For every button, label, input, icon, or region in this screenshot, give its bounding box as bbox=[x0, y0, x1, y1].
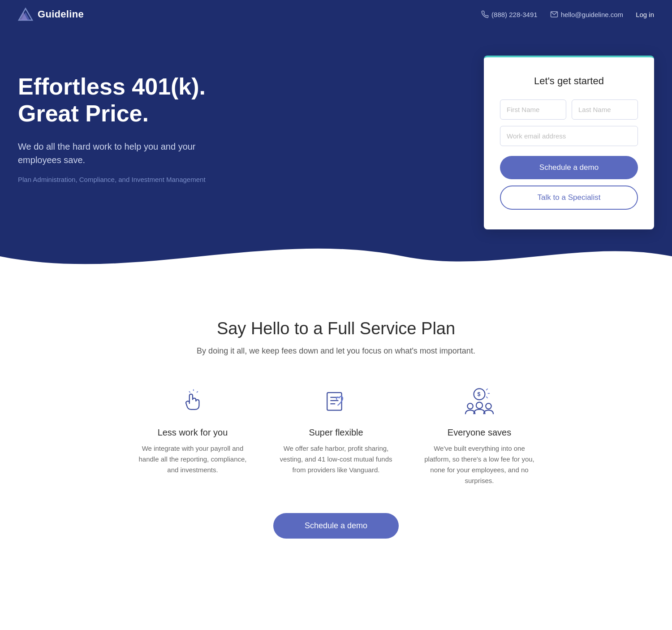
hero-title: Effortless 401(k).Great Price. bbox=[18, 73, 206, 127]
feature-icon-2 bbox=[278, 383, 394, 419]
feature-title-3: Everyone saves bbox=[421, 427, 538, 438]
email-icon bbox=[550, 10, 558, 18]
flexible-icon bbox=[320, 384, 352, 417]
svg-line-15 bbox=[486, 397, 488, 398]
last-name-input[interactable] bbox=[572, 99, 638, 120]
savings-icon: $ bbox=[461, 384, 497, 417]
email-row bbox=[500, 126, 638, 146]
header: Guideline (888) 228-3491 hello@guideline… bbox=[0, 0, 672, 29]
feature-item-1: Less work for you We integrate with your… bbox=[134, 383, 251, 486]
svg-point-17 bbox=[476, 402, 482, 409]
email-contact[interactable]: hello@guideline.com bbox=[550, 10, 623, 18]
hand-pointing-icon bbox=[177, 384, 209, 417]
schedule-demo-button[interactable]: Schedule a demo bbox=[500, 156, 638, 179]
form-title: Let's get started bbox=[500, 75, 638, 87]
feature-desc-1: We integrate with your payroll and handl… bbox=[134, 443, 251, 475]
signup-form-card: Let's get started Schedule a demo Talk t… bbox=[484, 56, 654, 229]
features-subtitle: By doing it all, we keep fees down and l… bbox=[18, 346, 654, 356]
phone-icon bbox=[481, 10, 489, 18]
email-input[interactable] bbox=[500, 126, 638, 146]
feature-item-2: Super flexible We offer safe harbor, pro… bbox=[278, 383, 394, 486]
nav-right: (888) 228-3491 hello@guideline.com Log i… bbox=[481, 10, 654, 18]
features-section: Say Hello to a Full Service Plan By doin… bbox=[0, 283, 672, 574]
email-address: hello@guideline.com bbox=[561, 11, 623, 18]
svg-rect-7 bbox=[327, 393, 341, 410]
svg-line-5 bbox=[197, 391, 198, 393]
feature-icon-3: $ bbox=[421, 383, 538, 419]
hero-tagline: Plan Administration, Compliance, and Inv… bbox=[18, 176, 206, 183]
svg-line-13 bbox=[486, 388, 488, 390]
logo: Guideline bbox=[18, 8, 84, 21]
logo-icon bbox=[18, 8, 33, 21]
name-row bbox=[500, 99, 638, 120]
hero-wave bbox=[0, 229, 672, 283]
first-name-input[interactable] bbox=[500, 99, 566, 120]
phone-number: (888) 228-3491 bbox=[491, 11, 538, 18]
hero-section: Effortless 401(k).Great Price. We do all… bbox=[0, 29, 672, 283]
svg-line-6 bbox=[189, 391, 190, 393]
feature-item-3: $ bbox=[421, 383, 538, 486]
logo-text: Guideline bbox=[38, 9, 84, 20]
phone-contact[interactable]: (888) 228-3491 bbox=[481, 10, 538, 18]
svg-point-16 bbox=[467, 403, 473, 409]
features-cta-button[interactable]: Schedule a demo bbox=[273, 513, 399, 539]
feature-icon-1 bbox=[134, 383, 251, 419]
feature-title-1: Less work for you bbox=[134, 427, 251, 438]
hero-subtitle: We do all the hard work to help you and … bbox=[18, 140, 206, 167]
svg-point-18 bbox=[486, 403, 491, 409]
features-title: Say Hello to a Full Service Plan bbox=[18, 319, 654, 338]
features-grid: Less work for you We integrate with your… bbox=[18, 383, 654, 486]
feature-title-2: Super flexible bbox=[278, 427, 394, 438]
feature-desc-3: We've built everything into one platform… bbox=[421, 443, 538, 486]
login-link[interactable]: Log in bbox=[636, 11, 654, 18]
hero-text: Effortless 401(k).Great Price. We do all… bbox=[18, 56, 206, 183]
svg-text:$: $ bbox=[478, 391, 481, 397]
feature-desc-2: We offer safe harbor, profit sharing, ve… bbox=[278, 443, 394, 475]
talk-specialist-button[interactable]: Talk to a Specialist bbox=[500, 186, 638, 210]
